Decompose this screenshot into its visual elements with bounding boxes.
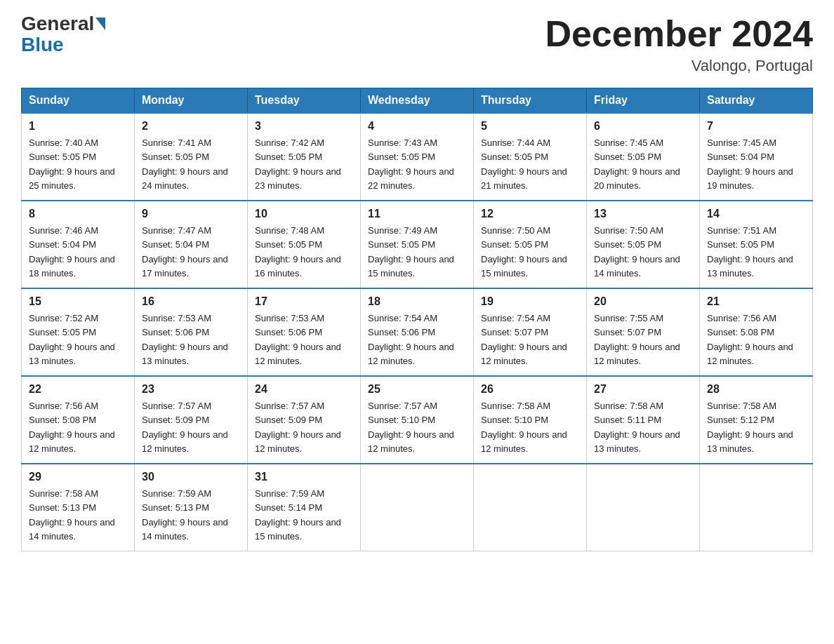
day-number: 7 — [707, 118, 805, 135]
table-row: 26 Sunrise: 7:58 AMSunset: 5:10 PMDaylig… — [474, 376, 587, 464]
day-number: 26 — [481, 381, 579, 398]
day-info: Sunrise: 7:58 AMSunset: 5:11 PMDaylight:… — [594, 401, 680, 454]
day-number: 12 — [481, 206, 579, 222]
day-number: 4 — [368, 118, 466, 135]
day-number: 27 — [594, 381, 692, 398]
day-info: Sunrise: 7:59 AMSunset: 5:14 PMDaylight:… — [255, 488, 341, 542]
table-row: 19 Sunrise: 7:54 AMSunset: 5:07 PMDaylig… — [474, 288, 587, 376]
table-row: 28 Sunrise: 7:58 AMSunset: 5:12 PMDaylig… — [700, 376, 813, 464]
day-info: Sunrise: 7:54 AMSunset: 5:07 PMDaylight:… — [481, 313, 567, 366]
day-info: Sunrise: 7:42 AMSunset: 5:05 PMDaylight:… — [255, 137, 341, 191]
day-number: 1 — [29, 118, 127, 135]
day-number: 30 — [142, 469, 240, 485]
day-info: Sunrise: 7:41 AMSunset: 5:05 PMDaylight:… — [142, 137, 228, 191]
table-row: 12 Sunrise: 7:50 AMSunset: 5:05 PMDaylig… — [474, 201, 587, 288]
col-saturday: Saturday — [700, 88, 813, 114]
table-row: 25 Sunrise: 7:57 AMSunset: 5:10 PMDaylig… — [361, 376, 474, 464]
day-info: Sunrise: 7:57 AMSunset: 5:09 PMDaylight:… — [142, 401, 228, 454]
day-number: 2 — [142, 118, 240, 135]
day-info: Sunrise: 7:43 AMSunset: 5:05 PMDaylight:… — [368, 137, 454, 191]
table-row: 11 Sunrise: 7:49 AMSunset: 5:05 PMDaylig… — [361, 201, 474, 288]
calendar-table: Sunday Monday Tuesday Wednesday Thursday… — [21, 88, 813, 551]
table-row: 3 Sunrise: 7:42 AMSunset: 5:05 PMDayligh… — [248, 113, 361, 201]
day-number: 24 — [255, 381, 353, 398]
day-number: 5 — [481, 118, 579, 135]
table-row: 15 Sunrise: 7:52 AMSunset: 5:05 PMDaylig… — [22, 288, 135, 376]
logo: General Blue — [21, 14, 107, 56]
day-number: 15 — [29, 293, 127, 310]
day-info: Sunrise: 7:44 AMSunset: 5:05 PMDaylight:… — [481, 137, 567, 191]
day-number: 28 — [707, 381, 805, 398]
location: Valongo, Portugal — [545, 57, 813, 75]
col-sunday: Sunday — [22, 88, 135, 114]
table-row: 16 Sunrise: 7:53 AMSunset: 5:06 PMDaylig… — [135, 288, 248, 376]
table-row: 13 Sunrise: 7:50 AMSunset: 5:05 PMDaylig… — [587, 201, 700, 288]
day-info: Sunrise: 7:58 AMSunset: 5:13 PMDaylight:… — [29, 488, 115, 542]
table-row: 5 Sunrise: 7:44 AMSunset: 5:05 PMDayligh… — [474, 113, 587, 201]
table-row — [587, 464, 700, 551]
table-row: 30 Sunrise: 7:59 AMSunset: 5:13 PMDaylig… — [135, 464, 248, 551]
day-number: 9 — [142, 206, 240, 222]
table-row: 31 Sunrise: 7:59 AMSunset: 5:14 PMDaylig… — [248, 464, 361, 551]
table-row: 9 Sunrise: 7:47 AMSunset: 5:04 PMDayligh… — [135, 201, 248, 288]
day-info: Sunrise: 7:40 AMSunset: 5:05 PMDaylight:… — [29, 137, 115, 191]
table-row — [361, 464, 474, 551]
table-row: 8 Sunrise: 7:46 AMSunset: 5:04 PMDayligh… — [22, 201, 135, 288]
table-row: 22 Sunrise: 7:56 AMSunset: 5:08 PMDaylig… — [22, 376, 135, 464]
table-row: 29 Sunrise: 7:58 AMSunset: 5:13 PMDaylig… — [22, 464, 135, 551]
title-block: December 2024 Valongo, Portugal — [545, 14, 813, 75]
day-info: Sunrise: 7:50 AMSunset: 5:05 PMDaylight:… — [481, 225, 567, 279]
table-row: 4 Sunrise: 7:43 AMSunset: 5:05 PMDayligh… — [361, 113, 474, 201]
day-info: Sunrise: 7:48 AMSunset: 5:05 PMDaylight:… — [255, 225, 341, 279]
page-header: General Blue December 2024 Valongo, Port… — [21, 14, 813, 75]
col-wednesday: Wednesday — [361, 88, 474, 114]
day-number: 14 — [707, 206, 805, 222]
table-row: 21 Sunrise: 7:56 AMSunset: 5:08 PMDaylig… — [700, 288, 813, 376]
day-info: Sunrise: 7:55 AMSunset: 5:07 PMDaylight:… — [594, 313, 680, 366]
table-row — [700, 464, 813, 551]
day-info: Sunrise: 7:53 AMSunset: 5:06 PMDaylight:… — [142, 313, 228, 366]
table-row: 18 Sunrise: 7:54 AMSunset: 5:06 PMDaylig… — [361, 288, 474, 376]
table-row: 20 Sunrise: 7:55 AMSunset: 5:07 PMDaylig… — [587, 288, 700, 376]
day-number: 18 — [368, 293, 466, 310]
table-row: 27 Sunrise: 7:58 AMSunset: 5:11 PMDaylig… — [587, 376, 700, 464]
col-friday: Friday — [587, 88, 700, 114]
table-row: 6 Sunrise: 7:45 AMSunset: 5:05 PMDayligh… — [587, 113, 700, 201]
table-row: 24 Sunrise: 7:57 AMSunset: 5:09 PMDaylig… — [248, 376, 361, 464]
day-info: Sunrise: 7:56 AMSunset: 5:08 PMDaylight:… — [29, 401, 115, 454]
day-number: 29 — [29, 469, 127, 485]
calendar-header: Sunday Monday Tuesday Wednesday Thursday… — [22, 88, 813, 114]
day-number: 11 — [368, 206, 466, 222]
logo-general-text: General — [21, 14, 94, 34]
logo-arrow-icon — [95, 18, 105, 30]
day-info: Sunrise: 7:53 AMSunset: 5:06 PMDaylight:… — [255, 313, 341, 366]
day-number: 13 — [594, 206, 692, 222]
day-number: 23 — [142, 381, 240, 398]
day-info: Sunrise: 7:58 AMSunset: 5:10 PMDaylight:… — [481, 401, 567, 454]
day-info: Sunrise: 7:45 AMSunset: 5:04 PMDaylight:… — [707, 137, 793, 191]
day-number: 31 — [255, 469, 353, 485]
day-info: Sunrise: 7:50 AMSunset: 5:05 PMDaylight:… — [594, 225, 680, 279]
table-row: 23 Sunrise: 7:57 AMSunset: 5:09 PMDaylig… — [135, 376, 248, 464]
day-number: 17 — [255, 293, 353, 310]
col-tuesday: Tuesday — [248, 88, 361, 114]
day-info: Sunrise: 7:52 AMSunset: 5:05 PMDaylight:… — [29, 313, 115, 366]
day-info: Sunrise: 7:51 AMSunset: 5:05 PMDaylight:… — [707, 225, 793, 279]
day-info: Sunrise: 7:57 AMSunset: 5:09 PMDaylight:… — [255, 401, 341, 454]
day-info: Sunrise: 7:54 AMSunset: 5:06 PMDaylight:… — [368, 313, 454, 366]
day-info: Sunrise: 7:59 AMSunset: 5:13 PMDaylight:… — [142, 488, 228, 542]
day-number: 3 — [255, 118, 353, 135]
table-row: 14 Sunrise: 7:51 AMSunset: 5:05 PMDaylig… — [700, 201, 813, 288]
day-info: Sunrise: 7:45 AMSunset: 5:05 PMDaylight:… — [594, 137, 680, 191]
table-row — [474, 464, 587, 551]
table-row: 17 Sunrise: 7:53 AMSunset: 5:06 PMDaylig… — [248, 288, 361, 376]
col-monday: Monday — [135, 88, 248, 114]
day-number: 25 — [368, 381, 466, 398]
day-number: 10 — [255, 206, 353, 222]
day-number: 21 — [707, 293, 805, 310]
calendar-body: 1 Sunrise: 7:40 AMSunset: 5:05 PMDayligh… — [22, 113, 813, 551]
col-thursday: Thursday — [474, 88, 587, 114]
table-row: 2 Sunrise: 7:41 AMSunset: 5:05 PMDayligh… — [135, 113, 248, 201]
day-info: Sunrise: 7:57 AMSunset: 5:10 PMDaylight:… — [368, 401, 454, 454]
day-info: Sunrise: 7:58 AMSunset: 5:12 PMDaylight:… — [707, 401, 793, 454]
